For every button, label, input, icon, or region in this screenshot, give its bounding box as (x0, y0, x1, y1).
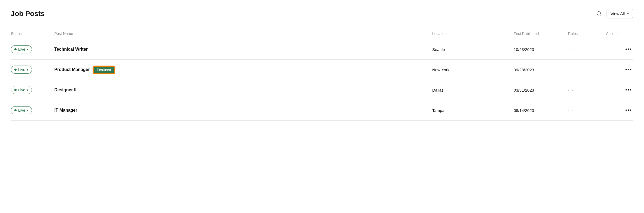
first-published-cell: 08/14/2023 (514, 108, 568, 113)
status-label: Live (18, 47, 25, 51)
status-badge[interactable]: Live ▾ (11, 66, 32, 74)
location-cell: Seattle (432, 47, 514, 52)
actions-cell: ••• (606, 106, 633, 114)
chevron-down-icon: ▾ (27, 48, 29, 51)
chevron-down-icon: ▾ (627, 11, 629, 16)
actions-cell: ••• (606, 46, 633, 53)
featured-badge: Featured (93, 66, 115, 73)
status-dot (14, 89, 17, 91)
status-badge[interactable]: Live ▾ (11, 86, 32, 94)
status-label: Live (18, 67, 25, 72)
job-posts-table: Status Post Name Location First Publishe… (11, 29, 633, 121)
post-name-cell: Designer II (54, 88, 432, 92)
chevron-down-icon: ▾ (27, 88, 29, 92)
column-header-actions: Actions (606, 31, 633, 36)
view-all-label: View All (611, 11, 625, 16)
post-name: Product Manager (54, 67, 90, 72)
table-row: Live ▾ IT ManagerTampa08/14/2023- -••• (11, 100, 633, 121)
table-rows: Live ▾ Technical WriterSeattle10/23/2023… (11, 39, 633, 121)
page-title: Job Posts (11, 9, 45, 18)
location-cell: Dallas (432, 88, 514, 92)
more-actions-button[interactable]: ••• (624, 106, 633, 114)
status-dot (14, 69, 17, 71)
chevron-down-icon: ▾ (27, 68, 29, 72)
more-actions-button[interactable]: ••• (624, 66, 633, 74)
status-cell: Live ▾ (11, 86, 54, 94)
rules-cell: - - (568, 88, 606, 92)
actions-cell: ••• (606, 66, 633, 74)
first-published-cell: 09/28/2023 (514, 67, 568, 72)
more-actions-button[interactable]: ••• (624, 86, 633, 94)
status-dot (14, 109, 17, 111)
status-cell: Live ▾ (11, 66, 54, 74)
post-name: Technical Writer (54, 47, 88, 52)
status-badge[interactable]: Live ▾ (11, 45, 32, 53)
column-header-post-name: Post Name (54, 31, 432, 36)
chevron-down-icon: ▾ (27, 109, 29, 112)
first-published-cell: 10/23/2023 (514, 47, 568, 52)
location-cell: Tampa (432, 108, 514, 113)
status-badge[interactable]: Live ▾ (11, 106, 32, 114)
status-cell: Live ▾ (11, 106, 54, 114)
page-header: Job Posts View All ▾ (11, 9, 633, 18)
table-row: Live ▾ Designer IIDallas03/31/2023- -••• (11, 80, 633, 100)
column-header-status: Status (11, 31, 54, 36)
post-name-cell: Product ManagerFeatured (54, 66, 432, 73)
rules-cell: - - (568, 67, 606, 72)
header-actions: View All ▾ (595, 9, 633, 18)
svg-line-1 (600, 15, 601, 16)
post-name-cell: IT Manager (54, 108, 432, 113)
status-label: Live (18, 108, 25, 112)
status-dot (14, 48, 17, 50)
post-name-cell: Technical Writer (54, 47, 432, 52)
search-button[interactable] (595, 9, 603, 18)
column-header-rules: Rules (568, 31, 606, 36)
more-actions-button[interactable]: ••• (624, 46, 633, 53)
status-cell: Live ▾ (11, 45, 54, 53)
status-label: Live (18, 88, 25, 92)
rules-cell: - - (568, 47, 606, 52)
first-published-cell: 03/31/2023 (514, 88, 568, 92)
table-row: Live ▾ Technical WriterSeattle10/23/2023… (11, 39, 633, 60)
post-name: Designer II (54, 88, 77, 92)
rules-cell: - - (568, 108, 606, 113)
actions-cell: ••• (606, 86, 633, 94)
column-header-location: Location (432, 31, 514, 36)
column-header-first-published: First Published (514, 31, 568, 36)
view-all-dropdown[interactable]: View All ▾ (607, 9, 633, 18)
table-header: Status Post Name Location First Publishe… (11, 29, 633, 39)
post-name: IT Manager (54, 108, 77, 113)
location-cell: New York (432, 67, 514, 72)
table-row: Live ▾ Product ManagerFeaturedNew York09… (11, 60, 633, 80)
search-icon (596, 11, 602, 16)
